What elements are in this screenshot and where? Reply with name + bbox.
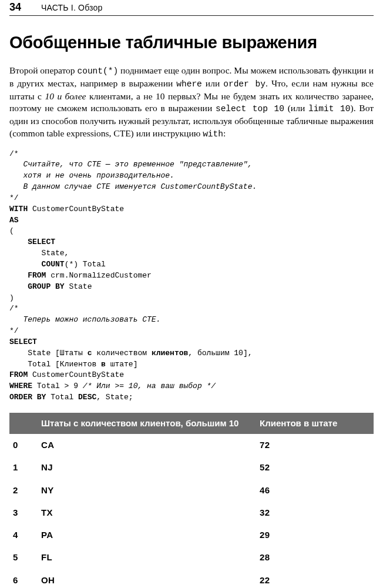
- emphasis: 10 и более: [45, 91, 86, 101]
- inline-code: limit 10: [308, 104, 351, 113]
- cell-state: OH: [38, 569, 256, 588]
- table-row: 4PA29: [9, 524, 374, 546]
- row-index: 4: [9, 524, 38, 546]
- row-index: 1: [9, 456, 38, 479]
- table-row: 6OH22: [9, 569, 374, 588]
- cell-count: 28: [256, 546, 374, 569]
- text: или: [202, 78, 223, 88]
- text: (или: [284, 103, 308, 113]
- table-header-row: Штаты с количеством клиентов, большим 10…: [9, 413, 374, 434]
- page-number: 34: [9, 0, 41, 14]
- table-row: 0CA72: [9, 434, 374, 456]
- table-header: [9, 413, 38, 434]
- cell-state: PA: [38, 524, 256, 546]
- section-title: Обобщенные табличные выражения: [9, 31, 374, 54]
- table-row: 1NJ52: [9, 456, 374, 479]
- result-table: Штаты с количеством клиентов, большим 10…: [9, 413, 374, 588]
- cell-count: 72: [256, 434, 374, 456]
- inline-code: order by: [223, 79, 266, 89]
- row-index: 2: [9, 479, 38, 502]
- table-row: 5FL28: [9, 546, 374, 569]
- code-block: /* Считайте, что CTE — это временное "пр…: [9, 149, 374, 403]
- text: Второй оператор: [9, 65, 78, 75]
- inline-code: with: [203, 129, 223, 139]
- running-head: ЧАСТЬ I. Обзор: [41, 2, 103, 14]
- row-index: 5: [9, 546, 38, 569]
- cell-count: 32: [256, 502, 374, 524]
- page-header: 34 ЧАСТЬ I. Обзор: [9, 0, 374, 16]
- inline-code: where: [176, 79, 202, 89]
- table-row: 2NY46: [9, 479, 374, 502]
- inline-code: select top 10: [216, 104, 284, 113]
- cell-count: 52: [256, 456, 374, 479]
- cell-state: FL: [38, 546, 256, 569]
- text: :: [223, 128, 226, 138]
- row-index: 3: [9, 502, 38, 524]
- row-index: 0: [9, 434, 38, 456]
- body-paragraph: Второй оператор count(*) поднимает еще о…: [9, 65, 374, 140]
- table-header: Штаты с количеством клиентов, большим 10: [38, 413, 256, 434]
- cell-state: NJ: [38, 456, 256, 479]
- cell-count: 29: [256, 524, 374, 546]
- row-index: 6: [9, 569, 38, 588]
- table-row: 3TX32: [9, 502, 374, 524]
- cell-state: TX: [38, 502, 256, 524]
- cell-count: 46: [256, 479, 374, 502]
- cell-state: CA: [38, 434, 256, 456]
- cell-state: NY: [38, 479, 256, 502]
- cell-count: 22: [256, 569, 374, 588]
- table-header: Клиентов в штате: [256, 413, 374, 434]
- inline-code: count(*): [78, 66, 119, 76]
